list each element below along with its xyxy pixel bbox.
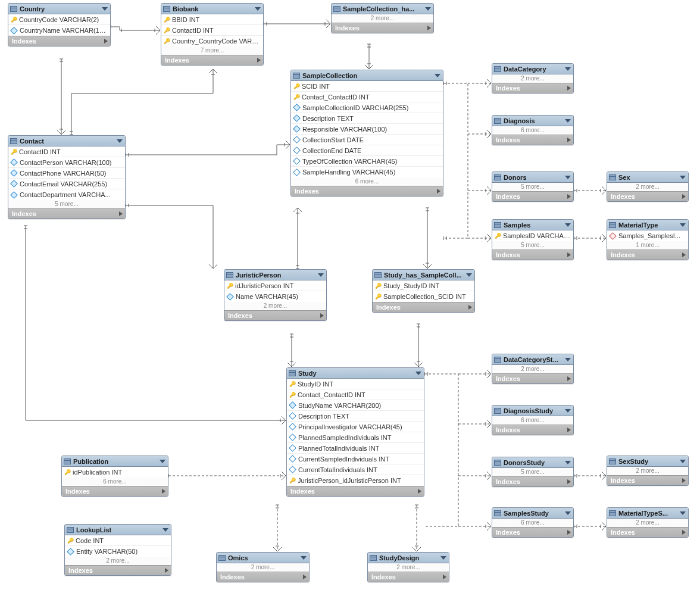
entity-titlebar[interactable]: MaterialType (607, 220, 688, 230)
chevron-down-icon[interactable] (680, 511, 686, 515)
entity-titlebar[interactable]: Country (8, 4, 110, 14)
more-row[interactable]: 2 more... (492, 74, 573, 83)
indexes-bar[interactable]: Indexes (62, 486, 168, 496)
chevron-down-icon[interactable] (680, 176, 686, 179)
chevron-down-icon[interactable] (435, 74, 440, 77)
indexes-bar[interactable]: Indexes (607, 475, 688, 485)
indexes-bar[interactable]: Indexes (217, 572, 309, 582)
chevron-down-icon[interactable] (565, 511, 571, 515)
chevron-right-icon[interactable] (567, 194, 571, 199)
column-row[interactable]: Country_CountryCode VARCHA... (161, 36, 263, 46)
indexes-bar[interactable]: Indexes (492, 191, 573, 201)
chevron-right-icon[interactable] (443, 575, 446, 579)
column-row[interactable]: SCID INT (291, 81, 443, 92)
indexes-bar[interactable]: Indexes (492, 425, 573, 435)
chevron-right-icon[interactable] (468, 305, 472, 310)
indexes-bar[interactable]: Indexes (373, 302, 474, 312)
chevron-right-icon[interactable] (682, 530, 686, 535)
entity-titlebar[interactable]: Biobank (161, 4, 263, 14)
chevron-right-icon[interactable] (682, 478, 686, 483)
chevron-down-icon[interactable] (565, 67, 571, 71)
chevron-right-icon[interactable] (418, 489, 421, 494)
column-row[interactable]: Contact_ContactID INT (291, 92, 443, 102)
entity-titlebar[interactable]: Study_has_SampleColl... (373, 270, 474, 280)
indexes-bar[interactable]: Indexes (492, 476, 573, 486)
chevron-down-icon[interactable] (440, 556, 446, 560)
chevron-right-icon[interactable] (320, 313, 324, 318)
entity-titlebar[interactable]: MaterialTypeS... (607, 508, 688, 519)
more-row[interactable]: 5 more... (492, 468, 573, 476)
column-row[interactable]: Study_StudyID INT (373, 280, 474, 291)
entity-titlebar[interactable]: DiagnosisStudy (492, 405, 573, 416)
more-row[interactable]: 2 more... (217, 563, 309, 572)
more-row[interactable]: 2 more... (65, 557, 171, 565)
indexes-bar[interactable]: Indexes (224, 310, 326, 320)
column-row[interactable]: StudyID INT (287, 379, 424, 389)
column-row[interactable]: ContactDepartment VARCHA... (8, 189, 125, 200)
chevron-down-icon[interactable] (565, 119, 571, 123)
chevron-right-icon[interactable] (567, 252, 571, 257)
column-row[interactable]: CurrentSampledIndividuals INT (287, 454, 424, 464)
chevron-down-icon[interactable] (117, 139, 123, 143)
entity-titlebar[interactable]: Publication (62, 456, 168, 467)
column-row[interactable]: Samples_SamplesI... (607, 230, 688, 241)
more-row[interactable]: 5 more... (8, 200, 125, 208)
chevron-right-icon[interactable] (567, 376, 571, 381)
indexes-bar[interactable]: Indexes (161, 55, 263, 65)
more-row[interactable]: 5 more... (492, 241, 573, 249)
chevron-right-icon[interactable] (437, 189, 440, 194)
chevron-right-icon[interactable] (119, 211, 123, 216)
column-row[interactable]: ContactEmail VARCHAR(255) (8, 179, 125, 189)
more-row[interactable]: 2 more... (332, 14, 433, 23)
more-row[interactable]: 6 more... (62, 478, 168, 486)
column-row[interactable]: ContactPerson VARCHAR(100) (8, 157, 125, 168)
chevron-down-icon[interactable] (680, 223, 686, 227)
chevron-down-icon[interactable] (565, 176, 571, 179)
entity-titlebar[interactable]: Diagnosis (492, 116, 573, 126)
entity-titlebar[interactable]: LookupList (65, 525, 171, 535)
chevron-down-icon[interactable] (318, 273, 324, 277)
chevron-right-icon[interactable] (567, 138, 571, 142)
column-row[interactable]: CountryName VARCHAR(100) (8, 25, 110, 36)
column-row[interactable]: idPublication INT (62, 467, 168, 478)
column-row[interactable]: CurrentTotalIndividuals INT (287, 464, 424, 475)
chevron-down-icon[interactable] (160, 460, 165, 463)
more-row[interactable]: 6 more... (492, 416, 573, 425)
more-row[interactable]: 7 more... (161, 46, 263, 55)
column-row[interactable]: Name VARCHAR(45) (224, 291, 326, 302)
chevron-right-icon[interactable] (165, 568, 168, 573)
more-row[interactable]: 5 more... (492, 183, 573, 191)
chevron-right-icon[interactable] (567, 428, 571, 432)
chevron-down-icon[interactable] (162, 528, 168, 532)
chevron-down-icon[interactable] (565, 409, 571, 413)
chevron-down-icon[interactable] (565, 358, 571, 361)
chevron-down-icon[interactable] (565, 223, 571, 227)
column-row[interactable]: Code INT (65, 535, 171, 546)
chevron-down-icon[interactable] (680, 460, 686, 463)
more-row[interactable]: 6 more... (492, 519, 573, 527)
column-row[interactable]: CountryCode VARCHAR(2) (8, 14, 110, 25)
entity-titlebar[interactable]: Samples (492, 220, 573, 230)
indexes-bar[interactable]: Indexes (607, 249, 688, 260)
indexes-bar[interactable]: Indexes (492, 373, 573, 383)
chevron-right-icon[interactable] (303, 575, 307, 579)
indexes-bar[interactable]: Indexes (492, 249, 573, 260)
indexes-bar[interactable]: Indexes (8, 208, 125, 219)
indexes-bar[interactable]: Indexes (8, 36, 110, 46)
column-row[interactable]: TypeOfCollection VARCHAR(45) (291, 156, 443, 167)
column-row[interactable]: Description TEXT (287, 411, 424, 422)
column-row[interactable]: SampleCollection_SCID INT (373, 291, 474, 302)
entity-titlebar[interactable]: SamplesStudy (492, 508, 573, 519)
more-row[interactable]: 2 more... (368, 563, 449, 572)
chevron-right-icon[interactable] (104, 39, 108, 43)
entity-titlebar[interactable]: DataCategory (492, 64, 573, 74)
column-row[interactable]: BBID INT (161, 14, 263, 25)
more-row[interactable]: 2 more... (607, 183, 688, 191)
chevron-right-icon[interactable] (567, 479, 571, 484)
entity-titlebar[interactable]: StudyDesign (368, 553, 449, 563)
column-row[interactable]: CollectionStart DATE (291, 135, 443, 145)
column-row[interactable]: JuristicPerson_idJuristicPerson INT (287, 475, 424, 486)
more-row[interactable]: 2 more... (492, 365, 573, 373)
chevron-right-icon[interactable] (427, 26, 431, 30)
column-row[interactable]: PlannedTotalIndividuals INT (287, 443, 424, 454)
